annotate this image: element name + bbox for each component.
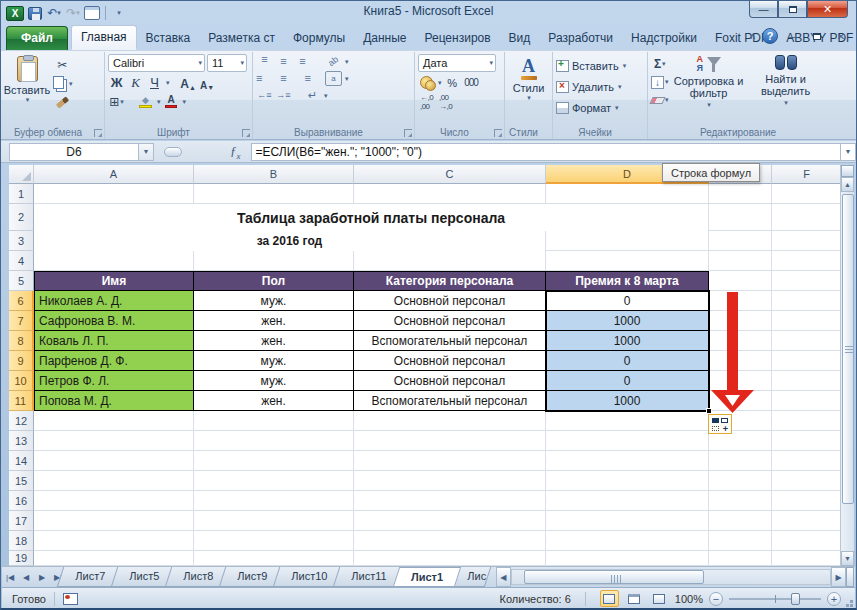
decrease-font-button[interactable]: А▼ [199, 74, 216, 91]
find-select-button[interactable]: Найти и выделить▾ [749, 54, 823, 124]
cell-E14[interactable] [709, 451, 772, 471]
align-right-button[interactable]: ≡ [294, 71, 311, 86]
cut-button[interactable]: ✂ [52, 56, 73, 73]
sort-filter-button[interactable]: АЯ Сортировка и фильтр▾ [672, 54, 746, 124]
cell-E5[interactable] [709, 271, 772, 291]
cell-B8[interactable]: жен. [194, 331, 354, 351]
select-all-corner[interactable] [9, 165, 34, 184]
next-sheet-icon[interactable]: ▶ [34, 567, 50, 587]
ribbon-tab-надстройки[interactable]: Надстройки [622, 27, 706, 50]
cell-F18[interactable] [772, 531, 842, 551]
cell-F14[interactable] [772, 451, 842, 471]
ribbon-tab-вставка[interactable]: Вставка [137, 27, 200, 50]
autofill-options-button[interactable]: + [708, 414, 732, 434]
cell-F13[interactable] [772, 431, 842, 451]
cell-D4[interactable] [546, 251, 709, 271]
cell-B18[interactable] [194, 531, 354, 551]
cell-E1[interactable] [709, 184, 772, 204]
cell-B12[interactable] [194, 411, 354, 431]
ribbon-tab-рецензиров[interactable]: Рецензиров [415, 27, 499, 50]
thousands-button[interactable]: 000 [463, 74, 480, 91]
cell-D18[interactable] [546, 531, 709, 551]
ribbon-tab-главная[interactable]: Главная [71, 25, 137, 50]
page-break-view-button[interactable] [650, 590, 669, 607]
font-color-button[interactable]: А [163, 93, 180, 110]
cell-F15[interactable] [772, 471, 842, 491]
cell-A8[interactable]: Коваль Л. П. [34, 331, 194, 351]
horizontal-split-handle[interactable] [846, 567, 854, 587]
cell-E13[interactable] [709, 431, 772, 451]
horizontal-scroll-thumb[interactable] [524, 570, 704, 584]
vertical-scrollbar[interactable]: ▲ ▼ [840, 165, 854, 566]
delete-cells-button[interactable]: Удалить▾ [556, 77, 626, 96]
cell-E10[interactable] [709, 371, 772, 391]
cell-C8[interactable]: Вспомогательный персонал [354, 331, 546, 351]
clipboard-dialog-launcher[interactable] [94, 129, 102, 137]
ribbon-tab-формулы[interactable]: Формулы [284, 27, 354, 50]
cell-B4[interactable] [194, 251, 354, 271]
cell-E6[interactable] [709, 291, 772, 311]
cell-F11[interactable] [772, 391, 842, 411]
expand-formula-bar-icon[interactable]: ▼ [840, 143, 856, 161]
cell-C12[interactable] [354, 411, 546, 431]
row-header-18[interactable]: 18 [9, 531, 34, 551]
ribbon-tab-вид[interactable]: Вид [500, 27, 540, 50]
row-header-2[interactable]: 2 [9, 204, 34, 231]
font-dialog-launcher[interactable] [242, 129, 250, 137]
cell-C7[interactable]: Основной персонал [354, 311, 546, 331]
row-header-14[interactable]: 14 [9, 451, 34, 471]
cell-F1[interactable] [772, 184, 842, 204]
format-painter-button[interactable] [52, 94, 73, 111]
align-left-button[interactable]: ≡ [256, 71, 273, 86]
cell-B6[interactable]: муж. [194, 291, 354, 311]
cell-D17[interactable] [546, 511, 709, 531]
resize-grip[interactable] [850, 604, 853, 607]
vertical-split-handle[interactable] [841, 165, 854, 177]
cell-B10[interactable]: муж. [194, 371, 354, 391]
ribbon-tab-разработчи[interactable]: Разработчи [539, 27, 622, 50]
increase-font-button[interactable]: А▲ [180, 74, 197, 91]
align-center-button[interactable]: ≡ [275, 71, 292, 86]
cell-D14[interactable] [546, 451, 709, 471]
align-middle-button[interactable]: ≡ [275, 54, 292, 69]
cell-F4[interactable] [772, 251, 842, 271]
cell-D15[interactable] [546, 471, 709, 491]
cell-C18[interactable] [354, 531, 546, 551]
cell-B1[interactable] [194, 184, 354, 204]
cell-D3[interactable] [546, 231, 709, 251]
cell-C10[interactable]: Основной персонал [354, 371, 546, 391]
insert-function-icon[interactable]: ƒx [230, 143, 241, 161]
cell-D10[interactable]: 0 [546, 371, 709, 391]
minimize-ribbon-icon[interactable]: ∧ [749, 31, 756, 41]
row-header-9[interactable]: 9 [9, 351, 34, 371]
zoom-out-button[interactable]: − [709, 592, 723, 606]
cell-D7[interactable]: 1000 [546, 311, 709, 331]
ribbon-tab-разметка-ст[interactable]: Разметка ст [199, 27, 284, 50]
font-name-select[interactable]: Calibri▾ [108, 54, 205, 72]
cell-F6[interactable] [772, 291, 842, 311]
row-header-17[interactable]: 17 [9, 511, 34, 531]
cell-A4[interactable] [34, 251, 194, 271]
percent-button[interactable]: % [444, 74, 461, 91]
increase-decimal-button[interactable]: ←,0,00 [418, 93, 435, 110]
zoom-slider-handle[interactable] [791, 593, 800, 605]
sheet-tab-Лист1[interactable]: Лист1 [392, 567, 461, 587]
minimize-button[interactable]: — [749, 1, 778, 18]
format-cells-button[interactable]: Формат▾ [556, 98, 626, 117]
fill-button[interactable]: ↓▾ [651, 74, 669, 90]
ribbon-tab-file[interactable]: Файл [6, 26, 68, 50]
cell-F5[interactable] [772, 271, 842, 291]
table-header-C5[interactable]: Категория персонала [354, 271, 546, 291]
number-format-select[interactable]: Дата▾ [418, 54, 496, 72]
cell-E9[interactable] [709, 351, 772, 371]
cell-D13[interactable] [546, 431, 709, 451]
align-bottom-button[interactable]: ≡ [294, 54, 311, 69]
paste-button[interactable]: Вставить ▾ [5, 54, 49, 124]
close-button[interactable]: ✕ [807, 1, 848, 18]
wrap-text-button[interactable]: ↵ [304, 88, 321, 103]
cell-C1[interactable] [354, 184, 546, 204]
font-size-select[interactable]: 11▾ [207, 54, 247, 72]
cell-A13[interactable] [34, 431, 194, 451]
cell-F7[interactable] [772, 311, 842, 331]
cell-A16[interactable] [34, 491, 194, 511]
